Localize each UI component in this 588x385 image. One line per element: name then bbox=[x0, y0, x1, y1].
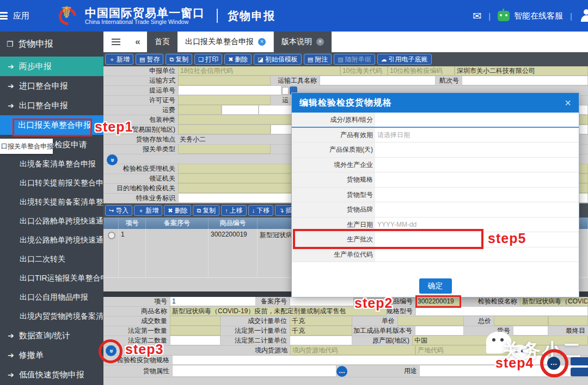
shelf-life-input[interactable] bbox=[375, 142, 579, 157]
tab-version-notes[interactable]: 版本说明× bbox=[274, 32, 332, 52]
goods-spec-input[interactable] bbox=[375, 172, 579, 187]
field-label: 成交数量 bbox=[103, 316, 170, 326]
voyage-no-input[interactable] bbox=[462, 76, 588, 85]
field-label: 商品名称 bbox=[103, 307, 170, 316]
nav-arrow-icon: ➔ bbox=[8, 57, 14, 76]
qty-input[interactable] bbox=[170, 316, 220, 326]
online-service-link[interactable]: 智能在线客服 bbox=[514, 11, 563, 21]
more-attr-icon[interactable]: … bbox=[336, 366, 347, 377]
close-tab-icon[interactable]: × bbox=[316, 38, 324, 46]
bl-no-input[interactable] bbox=[178, 86, 281, 95]
add-row-button[interactable]: ＋新增 bbox=[134, 205, 162, 216]
item-code-input[interactable] bbox=[513, 326, 548, 336]
cell-hs-code: 3002200019 bbox=[209, 229, 258, 277]
freight-mark-input[interactable] bbox=[222, 105, 259, 115]
transport-mode-input[interactable] bbox=[178, 76, 271, 85]
form-row-transport: 运输方式 运输工具名称 航次号 bbox=[103, 76, 588, 86]
sidebar-subitem[interactable]: 出口TIR运输报关单整合申报 bbox=[0, 269, 103, 288]
freight-input[interactable] bbox=[178, 105, 222, 115]
app-menu[interactable]: 应用 bbox=[13, 11, 29, 21]
spec-model-input[interactable] bbox=[415, 307, 588, 316]
field-label: 最终目 bbox=[548, 326, 588, 336]
sidebar-subitem[interactable]: 出口二次转关 bbox=[0, 250, 103, 269]
goods-attr-input[interactable] bbox=[172, 365, 336, 377]
import-row-button[interactable]: ↪导入 bbox=[105, 205, 132, 216]
freight-currency-input[interactable] bbox=[259, 105, 296, 115]
legal2-unit-input[interactable] bbox=[290, 336, 352, 345]
customs-code-input[interactable]: 10位海关代码 bbox=[340, 66, 388, 76]
consume-version-input[interactable] bbox=[415, 326, 464, 336]
legal1-unit-input[interactable]: 千克 bbox=[290, 326, 352, 336]
form-row-declarer: 申报单位 18位社会信用代码 10位海关代码 10位检验检疫编码 深圳市关小二科… bbox=[103, 66, 588, 76]
company-name-input[interactable]: 深圳市关小二科技有限公司 bbox=[455, 66, 588, 76]
sidebar-item-import[interactable]: ➔进口整合申报 bbox=[0, 76, 103, 96]
expand-section-icon[interactable]: » bbox=[107, 154, 118, 165]
move-up-button[interactable]: ↑上移 bbox=[221, 205, 247, 216]
sidebar-subitem[interactable]: 出境转关提前备案清单整合申报 bbox=[0, 192, 103, 212]
declaration-type-input[interactable] bbox=[178, 145, 271, 154]
credit-code-input[interactable]: 18位社会信用代码 bbox=[178, 66, 340, 76]
initial-template-button[interactable]: ◪初始值模板 bbox=[254, 54, 301, 65]
confirm-button[interactable]: 确定 bbox=[419, 278, 452, 294]
total-price-input[interactable] bbox=[494, 316, 548, 326]
sidebar-item-two-step[interactable]: ➔两步申报 bbox=[0, 57, 103, 76]
mail-icon[interactable]: ✉ bbox=[473, 10, 481, 22]
close-tab-icon[interactable]: × bbox=[258, 38, 266, 46]
sidebar-subitem[interactable]: 出口转关提前报关整合申报 bbox=[0, 173, 103, 192]
validity-date-input[interactable]: 请选择日期 bbox=[375, 128, 579, 142]
delete-row-button[interactable]: ✖删除 bbox=[164, 205, 191, 216]
col-record-no: 备案序号 bbox=[146, 218, 209, 229]
license-no-input[interactable] bbox=[178, 96, 271, 105]
side-action-button[interactable] bbox=[571, 368, 588, 376]
sidebar: ❐货物申报 ➔两步申报 ➔进口整合申报 ➔出口整合申报 出口报关单整合申报 出境… bbox=[0, 32, 103, 385]
qty-unit-input[interactable]: 千克 bbox=[290, 316, 352, 326]
copy-button[interactable]: ⧉复制 bbox=[166, 54, 192, 65]
field-label: 目的地检验检疫机关 bbox=[103, 184, 178, 193]
notes-button[interactable]: ▤附注 bbox=[304, 54, 332, 65]
field-label: 法定第二计量单位 bbox=[220, 336, 290, 345]
add-button[interactable]: ＋新增 bbox=[105, 54, 133, 65]
checkbox[interactable] bbox=[282, 87, 289, 95]
sidebar-item-export[interactable]: ➔出口整合申报 bbox=[0, 96, 103, 115]
goods-brand-input[interactable] bbox=[375, 202, 579, 217]
dialog-close-icon[interactable]: × bbox=[565, 97, 571, 108]
producer-code-input[interactable] bbox=[375, 247, 579, 262]
sidebar-item-low-value[interactable]: ➔低值快速货物申报 bbox=[0, 365, 103, 384]
sidebar-subitem[interactable]: 出口公自用物品申报 bbox=[0, 288, 103, 307]
trade-country-input[interactable] bbox=[178, 125, 271, 134]
tab-home[interactable]: 首页 bbox=[147, 32, 177, 52]
dialog-field-row: 货物品牌 bbox=[292, 202, 579, 218]
goods-model-input[interactable] bbox=[375, 188, 579, 202]
ciq-code-input[interactable]: 10位检验检疫编码 bbox=[388, 66, 455, 76]
tab-export-declaration[interactable]: 出口报关单整合申报× bbox=[177, 32, 274, 52]
sidebar-subitem[interactable]: 出境备案清单整合申报 bbox=[0, 154, 103, 173]
tabs-menu-icon[interactable] bbox=[103, 32, 128, 52]
legal2-qty-input[interactable] bbox=[170, 336, 220, 345]
save-draft-button[interactable]: ▤暂存 bbox=[136, 54, 163, 65]
sidebar-subitem[interactable]: 出口公路舱单跨境快速通关 bbox=[0, 212, 103, 231]
domestic-source-input[interactable]: 境内货源地代码 bbox=[290, 346, 415, 355]
item-no-input[interactable]: 1 bbox=[170, 297, 256, 306]
vehicle-name-input[interactable] bbox=[320, 76, 436, 85]
overseas-producer-input[interactable] bbox=[375, 158, 579, 172]
copy-row-button[interactable]: ⧉复制 bbox=[193, 205, 219, 216]
user-icon[interactable] bbox=[579, 9, 588, 23]
ciq-goods-spec-input[interactable] bbox=[172, 356, 549, 365]
cite-eledger-button[interactable]: ☁引用电子底账 bbox=[377, 54, 432, 65]
sidebar-subitem[interactable]: 出境内贸货物跨境备案清单 bbox=[0, 307, 103, 326]
attached-docs-button[interactable]: ▨随附单据 bbox=[334, 54, 375, 65]
legal1-qty-input[interactable] bbox=[170, 326, 220, 336]
row-radio[interactable] bbox=[108, 232, 115, 239]
unit-price-input[interactable] bbox=[397, 316, 464, 326]
field-label: 货物属性 bbox=[103, 365, 172, 377]
sidebar-root[interactable]: ❐货物申报 bbox=[0, 32, 103, 57]
sidebar-subitem[interactable]: 出境公路舱单跨境快速通关 bbox=[0, 231, 103, 250]
collapse-tabs-icon[interactable]: « bbox=[128, 32, 147, 52]
sidebar-item-data-query[interactable]: ➔数据查询/统计 bbox=[0, 326, 103, 345]
sidebar-item-amend[interactable]: ➔修撤单 bbox=[0, 345, 103, 365]
move-down-button[interactable]: ↓下移 bbox=[248, 205, 274, 216]
delete-button[interactable]: ✖删除 bbox=[224, 54, 252, 65]
print-button[interactable]: ❏打印 bbox=[194, 54, 222, 65]
component-input[interactable] bbox=[375, 113, 579, 127]
menu-icon[interactable] bbox=[0, 12, 8, 20]
